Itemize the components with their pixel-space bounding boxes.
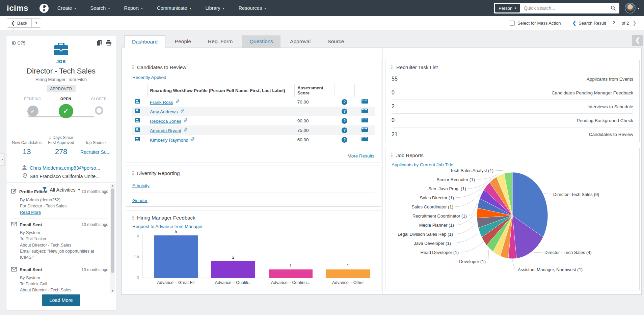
next-result-button[interactable]: ❯ <box>630 20 639 26</box>
tab-dashboard[interactable]: Dashboard <box>124 35 165 48</box>
more-results-link[interactable]: More Results <box>347 153 374 159</box>
paperclip-icon[interactable] <box>184 128 188 133</box>
recently-applied-link[interactable]: Recently Applied <box>132 75 166 80</box>
assessment-help-icon[interactable]: ? <box>342 127 347 133</box>
menu-create[interactable]: Create▾ <box>57 5 76 11</box>
video-icon[interactable] <box>361 138 368 143</box>
prev-result-button[interactable]: ❮ <box>570 20 579 26</box>
task-row[interactable]: 2Interviews to Schedule <box>392 100 633 114</box>
pie-label: Developer (1) <box>459 259 486 264</box>
drag-handle-icon[interactable] <box>391 65 394 69</box>
activity-item: Email Sent10 months agoBy SystemTo Phil … <box>11 219 108 264</box>
job-id: ID C75 <box>12 40 25 46</box>
menu-library[interactable]: Library▾ <box>205 5 224 11</box>
tab-approval[interactable]: Approval <box>283 35 318 48</box>
diversity-row: Gender <box>132 193 375 207</box>
menu-resources[interactable]: Resources▾ <box>239 5 266 11</box>
pie-label: Media Planner (1) <box>419 223 454 228</box>
tab-req-form[interactable]: Req. Form <box>200 35 240 48</box>
profile-card-icon[interactable] <box>135 109 140 114</box>
assessment-help-icon[interactable]: ? <box>342 109 347 114</box>
menu-label: Library <box>205 5 220 11</box>
video-icon[interactable] <box>361 128 368 133</box>
result-index-input[interactable]: 2 <box>609 19 619 27</box>
candidate-name-link[interactable]: Frank Ross <box>150 100 173 105</box>
bar[interactable] <box>211 261 255 278</box>
search-scope-dropdown[interactable]: Person ▾ <box>495 4 520 12</box>
paperclip-icon[interactable] <box>176 100 180 105</box>
chevron-down-icon: ▾ <box>515 6 516 10</box>
y-tick: 0 <box>137 276 139 280</box>
request-advance-link[interactable]: Request to Advance from Manager <box>132 224 203 229</box>
task-label: Applicants from Events <box>587 77 633 82</box>
bar[interactable] <box>269 269 313 278</box>
tab-source[interactable]: Source <box>320 35 351 48</box>
profile-card-icon[interactable] <box>135 100 140 105</box>
duplicate-icon[interactable] <box>97 40 102 47</box>
paperclip-icon[interactable] <box>191 138 195 143</box>
step-open: OPEN✓ <box>53 97 79 118</box>
mass-action-label: Select for Mass Action <box>517 21 561 26</box>
drag-handle-icon[interactable] <box>391 153 394 158</box>
video-icon[interactable] <box>361 109 368 114</box>
bar-category-label: Advance – Continu... <box>271 280 310 285</box>
print-icon[interactable] <box>106 40 112 47</box>
stat-value[interactable]: Recruiter Su... <box>80 149 111 155</box>
tab-questions[interactable]: Questions <box>242 35 280 48</box>
sidebar-expander[interactable]: › <box>0 153 5 166</box>
drag-handle-icon[interactable] <box>132 216 134 220</box>
load-more-button[interactable]: Load More <box>42 294 80 306</box>
assessment-help-icon[interactable]: ? <box>342 99 347 105</box>
mass-action-checkbox[interactable] <box>510 21 515 26</box>
menu-report[interactable]: Report▾ <box>124 5 143 11</box>
candidate-name-link[interactable]: Rebecca Jones <box>150 119 181 124</box>
scroll-down-icon[interactable]: ▼ <box>110 289 115 293</box>
candidate-name-link[interactable]: Amy Andrews <box>150 109 178 114</box>
job-owner-link[interactable]: Chris Miedema,emp63@perso... <box>30 165 100 171</box>
profile-card-icon[interactable] <box>135 128 140 133</box>
assessment-help-icon[interactable]: ? <box>342 137 347 143</box>
profile-card-icon[interactable] <box>135 138 140 143</box>
read-more-link[interactable]: Read More <box>20 210 41 215</box>
search-input[interactable] <box>521 5 611 11</box>
assessment-help-icon[interactable]: ? <box>342 118 347 124</box>
icims-mark-icon[interactable] <box>39 4 49 13</box>
video-icon[interactable] <box>361 119 368 124</box>
paperclip-icon[interactable] <box>184 119 188 124</box>
candidate-name-link[interactable]: Amanda Bryant <box>150 128 181 133</box>
task-row[interactable]: 55Applicants from Events <box>392 72 633 86</box>
gender-link[interactable]: Gender <box>132 198 147 203</box>
user-menu-chevron-icon[interactable]: ▾ <box>638 6 639 10</box>
search-icon[interactable] <box>611 5 616 11</box>
drag-handle-icon[interactable] <box>132 171 134 175</box>
step-label: PENDING <box>20 97 46 101</box>
task-row[interactable]: 21Candidates to Review <box>392 127 633 141</box>
candidate-name-link[interactable]: Kimberly Raymond <box>150 138 188 143</box>
collapse-panel-button[interactable]: ❮ <box>632 35 643 46</box>
applicants-pie-chart: Director- Tech Sales (9)Director - Tech … <box>385 168 639 280</box>
paperclip-icon[interactable] <box>180 109 184 114</box>
bar[interactable] <box>326 269 370 278</box>
scrollbar-thumb[interactable] <box>111 189 114 273</box>
menu-search[interactable]: Search▾ <box>90 5 110 11</box>
panel-title: Hiring Manager Feedback <box>137 215 195 221</box>
activity-scrollbar[interactable]: ▲ ▼ <box>110 184 115 293</box>
result-total-label: of 2 <box>622 21 629 26</box>
bar[interactable] <box>154 235 198 278</box>
profile-card-icon[interactable] <box>135 119 140 124</box>
panel-job-reports: Job Reports Applicants by Current Job Ti… <box>385 148 640 290</box>
scroll-up-icon[interactable]: ▲ <box>110 184 115 188</box>
user-avatar[interactable] <box>625 3 636 13</box>
video-icon[interactable] <box>361 100 368 105</box>
back-dropdown-button[interactable]: ▾ <box>31 19 41 27</box>
step-closed: CLOSED <box>86 97 112 115</box>
drag-handle-icon[interactable] <box>132 65 134 69</box>
ethnicity-link[interactable]: Ethnicity <box>132 183 150 188</box>
menu-communicate[interactable]: Communicate▾ <box>157 5 191 11</box>
task-row[interactable]: 0Pending Background Check <box>392 114 633 127</box>
applicants-report-link[interactable]: Applicants by Current Job Title <box>392 162 453 167</box>
back-button[interactable]: ❮ Back <box>7 19 31 27</box>
tab-people[interactable]: People <box>167 35 198 48</box>
job-status-steps: PENDING✓OPEN✓CLOSED <box>15 97 107 129</box>
task-row[interactable]: 0Candidates Pending Manager Feedback <box>392 86 633 100</box>
